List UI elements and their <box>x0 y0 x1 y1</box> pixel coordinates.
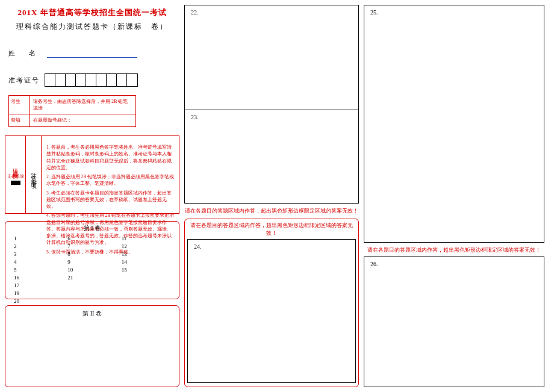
section-1-title: 第 I 卷 <box>11 224 173 232</box>
name-row: 姓 名 <box>5 49 179 58</box>
fill-sample-mark <box>11 181 20 185</box>
qnum: 9 <box>65 258 119 266</box>
qnum: 5 <box>11 266 65 274</box>
qnum: 19 <box>11 290 65 297</box>
notes-list: 1. 答题前，考生务必用黑色签字笔将姓名、准考证号填写清楚并粘贴条形码，核对条形… <box>42 140 179 208</box>
qnum: 21 <box>65 274 119 282</box>
section-2-title: 第 II 卷 <box>5 310 179 318</box>
qnum <box>119 274 173 282</box>
qnum: 16 <box>11 274 65 282</box>
fill-sample: 填涂样例 正确填涂 <box>5 136 26 213</box>
ticket-label: 准考证号 <box>8 76 40 85</box>
fill-sample-title: 填涂样例 <box>11 164 19 171</box>
redbox-r1-left: 考生 <box>9 96 30 114</box>
qnum <box>119 290 173 297</box>
warning-line-2: 请在各题目的答题区域内作答，超出黑色矩形边框限定区域的答案无效！ <box>187 222 356 237</box>
note-item: 3. 考生必须在答题卡各题目的指定答题区域内作答，超出答题区域范围书写的答案无效… <box>46 190 174 210</box>
ticket-row: 准考证号 <box>5 73 179 87</box>
answer-box-23[interactable]: 23. <box>184 110 359 204</box>
warning-line-1: 请在各题目的答题区域内作答，超出黑色矩形边框限定区域的答案无效！ <box>184 207 359 215</box>
ticket-boxes[interactable] <box>45 73 138 87</box>
exam-title-main: 201X 年普通高等学校招生全国统一考试 <box>5 7 179 18</box>
section-1-grid: 1 6 11 2 7 12 3 8 13 4 9 14 5 10 15 16 2… <box>11 235 173 305</box>
qnum <box>65 282 119 290</box>
qnum: 1 <box>11 235 65 243</box>
note-item: 2. 选择题必须用 2B 铅笔填涂；非选择题必须用黑色签字笔或水笔作答，字体工整… <box>46 173 174 187</box>
qnum: 8 <box>65 250 119 258</box>
qnum: 4 <box>11 258 65 266</box>
exam-title-sub: 理科综合能力测试答题卡（新课标 卷） <box>5 22 179 32</box>
notes-mid-title: 注意事项 <box>26 136 42 213</box>
qnum: 2 <box>11 243 65 250</box>
examinee-redbox: 考生 请务考生：由思所答陈选择后，并用 2B 铅笔填涂 禁填 在题图做号标记： <box>8 95 136 127</box>
qnum <box>119 282 173 290</box>
name-input-line[interactable] <box>47 57 137 58</box>
qnum: 6 <box>65 235 119 243</box>
answer-box-22[interactable]: 22. <box>184 5 359 110</box>
answer-box-25[interactable]: 25. <box>364 5 544 243</box>
qnum <box>119 297 173 305</box>
name-label: 姓 名 <box>8 49 39 57</box>
qnum <box>65 297 119 305</box>
notes-box: 填涂样例 正确填涂 注意事项 1. 答题前，考生务必用黑色签字笔将姓名、准考证号… <box>5 135 179 214</box>
qnum <box>65 290 119 297</box>
qnum: 11 <box>119 235 173 243</box>
fill-sample-label: 正确填涂 <box>7 173 24 179</box>
section-2-box: 第 II 卷 <box>5 305 179 387</box>
redbox-r2-right: 在题图做号标记： <box>30 114 135 126</box>
qnum: 7 <box>65 243 119 250</box>
qnum: 10 <box>65 266 119 274</box>
section-1-box: 第 I 卷 1 6 11 2 7 12 3 8 13 4 9 14 5 10 1… <box>5 221 179 299</box>
warn-block-24: 请在各题目的答题区域内作答，超出黑色矩形边框限定区域的答案无效！ 24. <box>184 219 359 387</box>
warning-line-3: 请在各题目的答题区域内作答，超出黑色矩形边框限定区域的答案无效！ <box>364 246 544 254</box>
qnum: 3 <box>11 250 65 258</box>
qnum: 14 <box>119 258 173 266</box>
qnum: 13 <box>119 250 173 258</box>
qnum: 17 <box>11 282 65 290</box>
answer-box-24[interactable]: 24. <box>187 239 356 383</box>
qnum: 15 <box>119 266 173 274</box>
redbox-r1-right: 请务考生：由思所答陈选择后，并用 2B 铅笔填涂 <box>30 96 135 114</box>
qnum: 12 <box>119 243 173 250</box>
answer-box-26[interactable]: 26. <box>364 257 544 387</box>
redbox-r2-left: 禁填 <box>9 114 30 126</box>
qnum: 20 <box>11 297 65 305</box>
note-item: 1. 答题前，考生务必用黑色签字笔将姓名、准考证号填写清楚并粘贴条形码，核对条形… <box>46 144 174 171</box>
